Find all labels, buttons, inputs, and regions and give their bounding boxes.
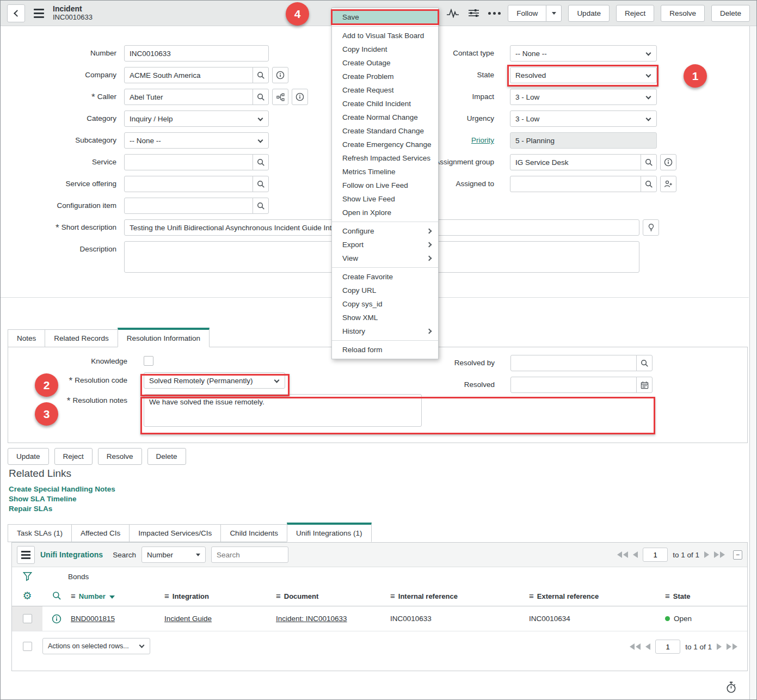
delete-button-footer[interactable]: Delete	[147, 448, 186, 465]
company-info-button[interactable]	[272, 67, 288, 83]
previous-page-button[interactable]	[645, 643, 650, 650]
tab-impacted-services-cis[interactable]: Impacted Services/CIs	[129, 524, 221, 542]
follow-dropdown-button[interactable]	[546, 5, 562, 22]
resolution-notes-textarea[interactable]: We have solved the issue remotely.	[144, 394, 422, 427]
menu-item-refresh-impacted-services[interactable]: Refresh Impacted Services	[332, 151, 438, 165]
row-number-link[interactable]: BND0001815	[71, 615, 115, 623]
resolved-by-search-button[interactable]	[636, 355, 653, 371]
follow-button[interactable]: Follow	[508, 5, 546, 22]
next-page-button[interactable]	[717, 643, 722, 650]
row-document-link[interactable]: Incident: INC0010633	[276, 615, 347, 623]
form-context-menu-button[interactable]	[32, 7, 46, 20]
menu-item-open-in-xplore[interactable]: Open in Xplore	[332, 206, 438, 219]
actions-on-selected-rows-select[interactable]: Actions on selected rows...	[42, 638, 150, 654]
menu-item-create-favorite[interactable]: Create Favorite	[332, 270, 438, 284]
update-button-footer[interactable]: Update	[8, 448, 49, 465]
delete-button[interactable]: Delete	[711, 5, 750, 22]
assigned-to-input[interactable]	[510, 176, 641, 192]
column-header-external-reference[interactable]: ≡External reference	[529, 591, 665, 600]
tab-related-records[interactable]: Related Records	[45, 329, 118, 347]
tab-child-incidents[interactable]: Child Incidents	[220, 524, 287, 542]
menu-item-follow-on-live-feed[interactable]: Follow on Live Feed	[332, 179, 438, 192]
menu-item-show-xml[interactable]: Show XML	[332, 311, 438, 324]
menu-item-copy-sys-id[interactable]: Copy sys_id	[332, 297, 438, 311]
column-menu-icon[interactable]: ≡	[276, 591, 281, 600]
menu-item-create-normal-change[interactable]: Create Normal Change	[332, 110, 438, 124]
menu-item-create-emergency-change[interactable]: Create Emergency Change	[332, 138, 438, 151]
menu-item-reload-form[interactable]: Reload form	[332, 343, 438, 357]
menu-item-add-to-visual-task-board[interactable]: Add to Visual Task Board	[332, 29, 438, 42]
menu-item-create-child-incident[interactable]: Create Child Incident	[332, 97, 438, 110]
category-select[interactable]: Inquiry / Help	[124, 110, 269, 127]
urgency-select[interactable]: 3 - Low	[510, 110, 657, 127]
resolved-calendar-button[interactable]	[636, 377, 653, 393]
menu-item-save[interactable]: Save	[332, 10, 438, 24]
subcategory-select[interactable]: -- None --	[124, 132, 269, 149]
tab-unifi-integrations[interactable]: Unifi Integrations (1)	[287, 523, 372, 542]
previous-page-button[interactable]	[633, 551, 638, 558]
company-input[interactable]	[124, 67, 253, 83]
assignment-group-info-button[interactable]	[660, 154, 676, 170]
menu-item-export[interactable]: Export	[332, 238, 438, 251]
service-input[interactable]	[124, 154, 253, 170]
more-options-icon[interactable]	[487, 5, 501, 21]
menu-item-show-live-feed[interactable]: Show Live Feed	[332, 192, 438, 206]
menu-item-metrics-timeline[interactable]: Metrics Timeline	[332, 165, 438, 179]
list-settings-gear-icon[interactable]: ⚙	[12, 586, 42, 606]
configuration-item-input[interactable]	[124, 198, 253, 214]
next-page-button[interactable]	[704, 551, 709, 558]
caller-search-button[interactable]	[253, 89, 269, 105]
update-button[interactable]: Update	[568, 5, 610, 22]
column-header-integration[interactable]: ≡Integration	[164, 591, 276, 600]
caller-input[interactable]	[124, 89, 253, 105]
response-time-stopwatch-icon[interactable]	[725, 681, 737, 695]
resolve-button-footer[interactable]: Resolve	[98, 448, 142, 465]
service-offering-input[interactable]	[124, 176, 253, 192]
menu-item-view[interactable]: View	[332, 251, 438, 265]
collapse-list-button[interactable]: −	[733, 550, 742, 560]
personalize-form-icon[interactable]	[466, 5, 481, 21]
resolution-code-select[interactable]: Solved Remotely (Permanently)	[144, 372, 285, 389]
service-offering-search-button[interactable]	[253, 176, 269, 192]
first-page-button[interactable]	[630, 643, 641, 650]
tab-task-slas[interactable]: Task SLAs (1)	[8, 524, 72, 542]
first-page-button[interactable]	[617, 551, 628, 558]
link-show-sla-timeline[interactable]: Show SLA Timeline	[9, 494, 115, 504]
reject-button[interactable]: Reject	[616, 5, 654, 22]
page-number-input[interactable]	[643, 548, 668, 562]
list-search-icon[interactable]	[42, 591, 71, 600]
link-create-special-handling-notes[interactable]: Create Special Handling Notes	[9, 484, 115, 494]
list-search-input[interactable]	[211, 547, 288, 563]
tab-resolution-information[interactable]: Resolution Information	[118, 328, 210, 347]
menu-item-history[interactable]: History	[332, 324, 438, 338]
assignment-group-search-button[interactable]	[641, 154, 657, 170]
assign-to-me-button[interactable]	[660, 176, 676, 192]
link-repair-slas[interactable]: Repair SLAs	[9, 504, 115, 514]
column-menu-icon[interactable]: ≡	[529, 591, 534, 600]
select-all-checkbox[interactable]	[23, 642, 32, 651]
configuration-item-search-button[interactable]	[253, 198, 269, 214]
column-menu-icon[interactable]: ≡	[390, 591, 395, 600]
assigned-to-search-button[interactable]	[641, 176, 657, 192]
menu-item-copy-url[interactable]: Copy URL	[332, 284, 438, 297]
reject-button-footer[interactable]: Reject	[54, 448, 93, 465]
row-checkbox[interactable]	[23, 614, 32, 623]
tab-notes[interactable]: Notes	[8, 329, 45, 347]
column-header-state[interactable]: ≡State	[665, 591, 747, 600]
back-button[interactable]	[7, 4, 25, 22]
last-page-button[interactable]	[714, 551, 725, 558]
caller-info-button[interactable]	[292, 89, 308, 105]
priority-link[interactable]: Priority	[471, 136, 494, 144]
row-integration-link[interactable]: Incident Guide	[164, 615, 212, 623]
service-search-button[interactable]	[253, 154, 269, 170]
row-info-icon[interactable]	[42, 614, 71, 624]
column-header-document[interactable]: ≡Document	[276, 591, 390, 600]
resolved-by-input[interactable]	[510, 355, 637, 371]
state-select[interactable]: Resolved	[510, 67, 657, 83]
number-input[interactable]	[124, 45, 269, 62]
last-page-button[interactable]	[727, 643, 737, 650]
column-menu-icon[interactable]: ≡	[71, 591, 76, 600]
assignment-group-input[interactable]	[510, 154, 641, 170]
column-menu-icon[interactable]: ≡	[665, 591, 670, 600]
impact-select[interactable]: 3 - Low	[510, 89, 657, 105]
